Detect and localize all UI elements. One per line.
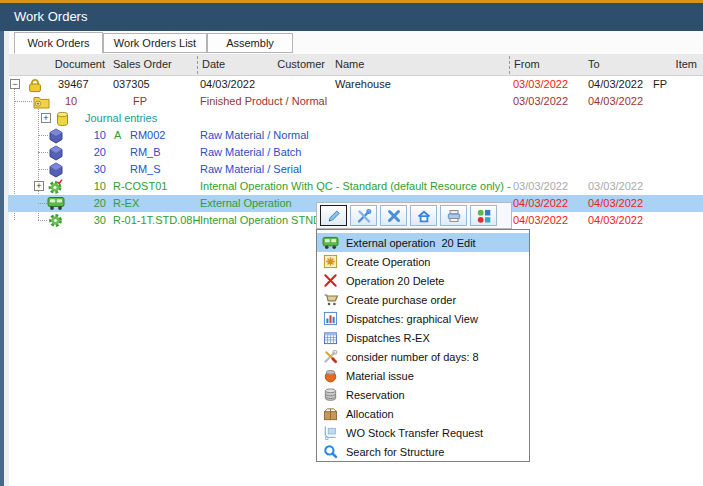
cell-description: Raw Material / Serial: [200, 161, 512, 178]
table-row-operation[interactable]: + 10 R-COST01 Internal Operation With QC…: [0, 178, 703, 195]
menu-item-create-purchase-order[interactable]: Create purchase order: [317, 290, 529, 309]
cell-description: Finished Product / Normal: [200, 93, 512, 110]
menu-item-allocation[interactable]: Allocation: [317, 404, 529, 423]
blue-x-icon: [386, 208, 402, 224]
menu-item-label: WO Stock Transfer Request: [346, 427, 483, 439]
menu-item-label: Allocation: [346, 408, 394, 420]
table-row-journal-entries[interactable]: + Journal entries: [0, 110, 703, 127]
operation-gear-icon: [47, 212, 64, 229]
menu-item-label: Operation 20 Delete: [346, 275, 444, 287]
menu-item-dispatches-rex[interactable]: Dispatches R-EX: [317, 328, 529, 347]
context-menu: External operation 20 Edit Create Operat…: [316, 229, 530, 462]
cell-to: 04/03/2022: [588, 76, 643, 93]
material-issue-icon: [322, 368, 339, 384]
pencil-icon: [326, 208, 342, 224]
operation-gear-check-icon: [47, 178, 65, 195]
table-row-finished-product[interactable]: 10 FP Finished Product / Normal 03/03/20…: [0, 93, 703, 110]
home-icon: [416, 208, 432, 224]
tab-work-orders[interactable]: Work Orders: [14, 32, 103, 54]
cell-from: 03/03/2022: [513, 93, 568, 110]
expand-toggle-icon[interactable]: +: [34, 181, 44, 191]
allocation-box-icon: [322, 406, 339, 422]
table-row-raw-material[interactable]: 10 A RM002 Raw Material / Normal: [0, 127, 703, 144]
search-icon: [322, 444, 339, 460]
cell-sales-order: FP: [133, 93, 147, 110]
cell-name: Warehouse: [335, 76, 391, 93]
cell-description: Raw Material / Batch: [200, 144, 512, 161]
column-header-from[interactable]: From: [514, 54, 540, 75]
menu-item-create-operation[interactable]: Create Operation: [317, 252, 529, 271]
grid-header: Document Sales Order Date Customer Name …: [9, 54, 703, 76]
menu-item-search-for-structure[interactable]: Search for Structure: [317, 442, 529, 461]
colored-dots-icon: [476, 208, 492, 224]
remove-button[interactable]: [380, 205, 407, 226]
table-row-raw-material[interactable]: 30 RM_S Raw Material / Serial: [0, 161, 703, 178]
wrench-screwdriver-icon: [356, 208, 372, 224]
tree-connector: [38, 169, 48, 170]
collapse-toggle-icon[interactable]: −: [10, 79, 20, 89]
column-header-document[interactable]: Document: [40, 54, 105, 75]
cell-to: 04/03/2022: [588, 93, 643, 110]
stock-transfer-cart-icon: [322, 425, 339, 441]
menu-item-wo-stock-transfer-request[interactable]: WO Stock Transfer Request: [317, 423, 529, 442]
journal-cylinder-icon: [55, 110, 70, 127]
menu-item-dispatches-graphical-view[interactable]: Dispatches: graphical View: [317, 309, 529, 328]
cell-sales-order: R-01-1T.STD.08H: [113, 212, 200, 229]
tree-connector: [38, 220, 47, 221]
cell-document: 10: [78, 178, 106, 195]
cell-date: 04/03/2022: [200, 76, 255, 93]
cell-to: 04/03/2022: [588, 212, 643, 229]
reservation-db-icon: [322, 387, 339, 403]
column-header-to[interactable]: To: [588, 54, 600, 75]
legend-button[interactable]: [470, 205, 497, 226]
column-header-item[interactable]: Item: [630, 54, 697, 75]
material-hexagon-icon: [48, 144, 64, 161]
cell-sales-order: RM002: [130, 127, 165, 144]
cell-item: FP: [653, 76, 667, 93]
column-header-name[interactable]: Name: [335, 54, 364, 75]
column-header-date[interactable]: Date: [202, 54, 225, 75]
menu-item-label: Create purchase order: [346, 294, 456, 306]
context-toolbar: [316, 202, 512, 229]
table-row-raw-material[interactable]: 20 RM_B Raw Material / Batch: [0, 144, 703, 161]
cell-document: 10: [78, 127, 106, 144]
cell-document: 30: [78, 212, 106, 229]
menu-item-reservation[interactable]: Reservation: [317, 385, 529, 404]
menu-item-operation-delete[interactable]: Operation 20 Delete: [317, 271, 529, 290]
print-button[interactable]: [440, 205, 467, 226]
material-hexagon-icon: [48, 161, 64, 178]
expand-toggle-icon[interactable]: +: [41, 113, 51, 123]
cell-document: 10: [65, 93, 77, 110]
tab-assembly[interactable]: Assembly: [207, 33, 293, 53]
home-button[interactable]: [410, 205, 437, 226]
menu-item-label: External operation 20 Edit: [346, 237, 476, 249]
cell-from: 03/03/2022: [513, 178, 568, 195]
edit-pencil-button[interactable]: [320, 205, 347, 226]
tools-button[interactable]: [350, 205, 377, 226]
calendar-grid-icon: [322, 330, 339, 346]
material-hexagon-icon: [48, 127, 64, 144]
menu-item-label: Create Operation: [346, 256, 430, 268]
column-header-customer[interactable]: Customer: [235, 54, 325, 75]
table-row-work-order[interactable]: − 39467 037305 04/03/2022 Warehouse 03/0…: [0, 76, 703, 93]
availability-marker: A: [114, 127, 121, 144]
menu-item-label: Material issue: [346, 370, 414, 382]
external-truck-icon: [322, 235, 339, 251]
printer-icon: [446, 208, 462, 224]
menu-item-external-operation-edit[interactable]: External operation 20 Edit: [317, 233, 529, 252]
folder-plus-icon: [33, 93, 50, 110]
cell-from: 03/03/2022: [513, 76, 568, 93]
cell-sales-order: RM_S: [130, 161, 161, 178]
cell-sales-order: R-COST01: [113, 178, 167, 195]
cell-description: Raw Material / Normal: [200, 127, 512, 144]
menu-item-material-issue[interactable]: Material issue: [317, 366, 529, 385]
column-header-sales-order[interactable]: Sales Order: [113, 54, 172, 75]
tab-work-orders-list[interactable]: Work Orders List: [103, 33, 207, 53]
cell-document: 39467: [58, 76, 89, 93]
cell-label: Journal entries: [85, 110, 157, 127]
menu-item-consider-number-of-days[interactable]: consider number of days: 8: [317, 347, 529, 366]
cell-document: 20: [78, 195, 106, 212]
tab-strip: Work Orders Work Orders List Assembly: [9, 31, 703, 54]
create-operation-icon: [322, 254, 339, 270]
window-title: Work Orders: [14, 3, 87, 31]
